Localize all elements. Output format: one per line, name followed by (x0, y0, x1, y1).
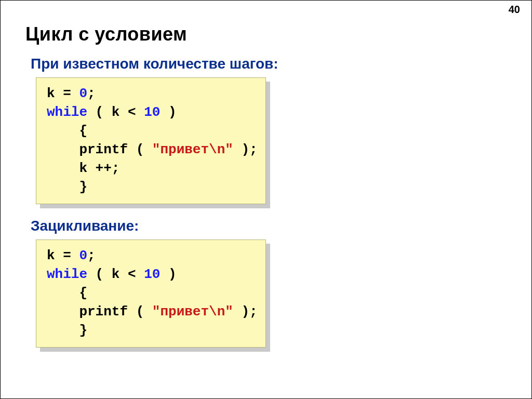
code-token: } (47, 323, 87, 338)
code-token: ) (160, 267, 176, 282)
code-token: printf ( (47, 142, 152, 157)
subtitle-known-steps: При известном количестве шагов: (31, 56, 278, 72)
code-number: 10 (144, 104, 160, 120)
code-token: ( k < (87, 104, 144, 120)
code-token: ; (87, 248, 96, 263)
code-token: { (47, 123, 87, 139)
code-number: 10 (144, 267, 160, 282)
code-number: 0 (79, 86, 87, 101)
code-token: ); (233, 304, 258, 320)
code-string: "привет\n" (152, 142, 233, 157)
code-string: "привет\n" (152, 304, 233, 320)
code-token: ); (233, 142, 258, 157)
code-content: k = 0; while ( k < 10 ) { printf ( "прив… (36, 240, 266, 348)
code-token: ( k < (87, 267, 144, 282)
code-token: k = (47, 86, 79, 101)
code-token: { (47, 285, 87, 301)
code-keyword: while (47, 104, 87, 120)
code-number: 0 (79, 248, 87, 263)
page-number: 40 (509, 4, 520, 16)
code-keyword: while (47, 267, 87, 282)
code-content: k = 0; while ( k < 10 ) { printf ( "прив… (36, 77, 266, 204)
code-token: k ++; (47, 161, 119, 176)
code-token: k = (47, 248, 79, 263)
code-token: } (47, 179, 87, 195)
subtitle-infinite-loop: Зацикливание: (31, 218, 139, 234)
code-block-known-steps: k = 0; while ( k < 10 ) { printf ( "прив… (36, 77, 266, 204)
code-token: ) (160, 104, 176, 120)
slide-title: Цикл с условием (25, 23, 187, 45)
code-block-infinite-loop: k = 0; while ( k < 10 ) { printf ( "прив… (36, 240, 266, 348)
slide: 40 Цикл с условием При известном количес… (0, 0, 532, 399)
code-token: ; (87, 86, 96, 101)
code-token: printf ( (47, 304, 152, 320)
